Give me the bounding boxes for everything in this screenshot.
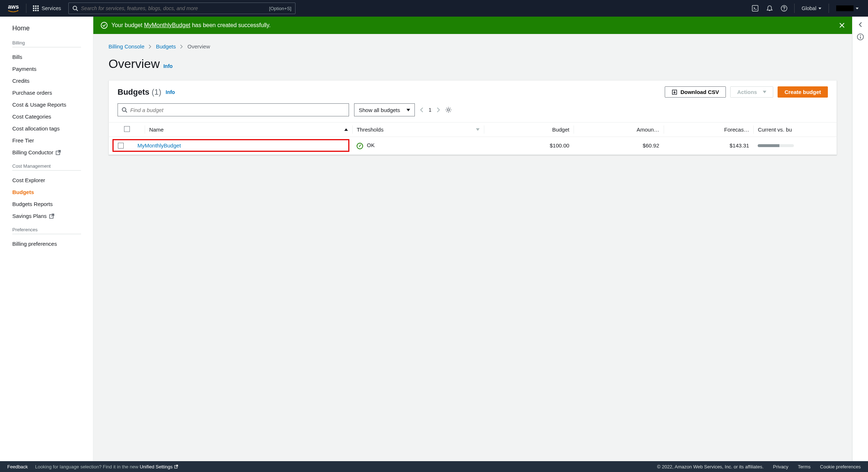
- filter-select-label: Show all budgets: [359, 107, 400, 113]
- footer-language-hint: Looking for language selection? Find it …: [35, 464, 178, 469]
- create-budget-button[interactable]: Create budget: [778, 86, 828, 98]
- cell-forecast: $143.31: [664, 137, 754, 155]
- sidebar-item-billing-preferences[interactable]: Billing preferences: [12, 238, 87, 250]
- breadcrumb: Billing Console Budgets Overview: [109, 43, 837, 50]
- panel-info-link[interactable]: Info: [166, 89, 175, 95]
- flash-close-button[interactable]: [839, 22, 845, 28]
- flash-text: Your budget MyMonthlyBudget has been cre…: [111, 22, 271, 29]
- help-button[interactable]: [777, 1, 791, 16]
- footer-lang-prefix: Looking for language selection? Find it …: [35, 464, 140, 469]
- account-name-redacted: [836, 5, 854, 11]
- col-name[interactable]: Name: [145, 123, 352, 137]
- actions-button[interactable]: Actions: [730, 86, 773, 98]
- nav-separator: [794, 4, 795, 13]
- budgets-panel: Budgets (1) Info Download CSV Actions: [109, 80, 837, 155]
- col-thresholds-label: Thresholds: [357, 126, 383, 133]
- external-link-icon: [174, 464, 178, 469]
- sidebar-item-purchase-orders[interactable]: Purchase orders: [12, 87, 87, 99]
- sidebar-item-savings-plans[interactable]: Savings Plans: [12, 210, 87, 222]
- global-search-input[interactable]: [81, 5, 265, 11]
- col-current[interactable]: Current vs. bu: [753, 123, 837, 137]
- rail-info-button[interactable]: [857, 33, 864, 40]
- sort-icon: [476, 128, 480, 131]
- budget-name-link[interactable]: MyMonthlyBudget: [137, 142, 181, 149]
- footer-terms-link[interactable]: Terms: [798, 464, 810, 469]
- chevron-right-icon: [149, 44, 152, 49]
- svg-point-27: [860, 35, 860, 36]
- chevron-left-icon: [858, 22, 863, 27]
- aws-swoosh-icon: [7, 10, 20, 13]
- sidebar-item-label: Cost allocation tags: [12, 125, 60, 132]
- cell-threshold: ✓ OK: [352, 137, 484, 155]
- sidebar-item-budgets-reports[interactable]: Budgets Reports: [12, 198, 87, 210]
- account-menu[interactable]: [832, 5, 863, 11]
- nav-separator: [26, 4, 26, 13]
- sidebar-item-cost-allocation-tags[interactable]: Cost allocation tags: [12, 123, 87, 134]
- sidebar-item-cost-categories[interactable]: Cost Categories: [12, 111, 87, 123]
- aws-logo-text: aws: [8, 4, 19, 10]
- col-budget[interactable]: Budget: [484, 123, 574, 137]
- flash-budget-link[interactable]: MyMonthlyBudget: [144, 22, 190, 28]
- footer-unified-settings-link[interactable]: Unified Settings: [140, 464, 178, 469]
- external-link-icon: [55, 150, 61, 155]
- svg-line-10: [76, 9, 78, 11]
- svg-line-18: [51, 214, 54, 216]
- col-forecast[interactable]: Forecas…: [664, 123, 754, 137]
- success-flash: Your budget MyMonthlyBudget has been cre…: [93, 17, 852, 34]
- table-settings-button[interactable]: [445, 107, 452, 113]
- sidebar-item-label: Purchase orders: [12, 90, 52, 96]
- filter-select[interactable]: Show all budgets: [354, 103, 415, 116]
- sidebar-item-payments[interactable]: Payments: [12, 63, 87, 75]
- gear-icon: [445, 107, 452, 113]
- svg-rect-6: [33, 10, 34, 11]
- download-csv-label: Download CSV: [680, 89, 719, 95]
- breadcrumb-billing-console[interactable]: Billing Console: [109, 43, 144, 50]
- sidebar-item-budgets[interactable]: Budgets: [12, 186, 87, 198]
- sidebar-item-cost-usage-reports[interactable]: Cost & Usage Reports: [12, 99, 87, 111]
- global-search[interactable]: [Option+S]: [68, 3, 295, 14]
- chevron-right-icon: [180, 44, 183, 49]
- footer-privacy-link[interactable]: Privacy: [773, 464, 788, 469]
- sidebar-item-billing-conductor[interactable]: Billing Conductor: [12, 146, 87, 158]
- sidebar-item-credits[interactable]: Credits: [12, 75, 87, 87]
- cloudshell-button[interactable]: [748, 1, 762, 16]
- next-page-button[interactable]: [437, 107, 440, 112]
- bell-icon: [766, 5, 773, 12]
- breadcrumb-budgets[interactable]: Budgets: [156, 43, 176, 50]
- sidebar-item-cost-explorer[interactable]: Cost Explorer: [12, 174, 87, 186]
- svg-point-25: [447, 109, 450, 111]
- sidebar-item-free-tier[interactable]: Free Tier: [12, 134, 87, 146]
- sidebar-item-label: Savings Plans: [12, 213, 47, 219]
- col-thresholds[interactable]: Thresholds: [352, 123, 484, 137]
- find-budget-input[interactable]: [130, 107, 345, 113]
- external-link-icon: [49, 213, 55, 219]
- download-csv-button[interactable]: Download CSV: [665, 86, 726, 98]
- prev-page-button[interactable]: [420, 107, 424, 112]
- svg-point-14: [784, 10, 784, 10]
- row-highlight: MyMonthlyBudget: [112, 139, 349, 152]
- sidebar-home[interactable]: Home: [12, 25, 87, 32]
- sidebar-item-bills[interactable]: Bills: [12, 51, 87, 63]
- svg-rect-0: [33, 5, 34, 7]
- services-label: Services: [42, 5, 61, 11]
- row-select-checkbox[interactable]: [118, 143, 124, 149]
- panel-count: (1): [152, 87, 161, 96]
- sidebar-item-label: Cost Categories: [12, 113, 51, 120]
- page-info-link[interactable]: Info: [163, 63, 173, 69]
- rail-collapse-button[interactable]: [858, 22, 863, 27]
- progress-bar-fill: [758, 144, 779, 147]
- col-budget-label: Budget: [552, 126, 570, 133]
- page-number: 1: [429, 107, 431, 113]
- footer-feedback[interactable]: Feedback: [7, 464, 28, 469]
- caret-down-icon: [763, 91, 766, 93]
- find-budget-wrap[interactable]: [118, 103, 349, 116]
- aws-logo[interactable]: aws: [4, 4, 23, 13]
- sidebar-item-label: Cost & Usage Reports: [12, 102, 66, 108]
- region-selector[interactable]: Global: [797, 5, 826, 11]
- services-menu[interactable]: Services: [29, 5, 65, 11]
- footer-cookie-link[interactable]: Cookie preferences: [820, 464, 861, 469]
- notifications-button[interactable]: [762, 1, 777, 16]
- col-current-label: Current vs. bu: [758, 126, 792, 133]
- col-amount[interactable]: Amoun…: [574, 123, 664, 137]
- select-all-checkbox[interactable]: [124, 126, 130, 132]
